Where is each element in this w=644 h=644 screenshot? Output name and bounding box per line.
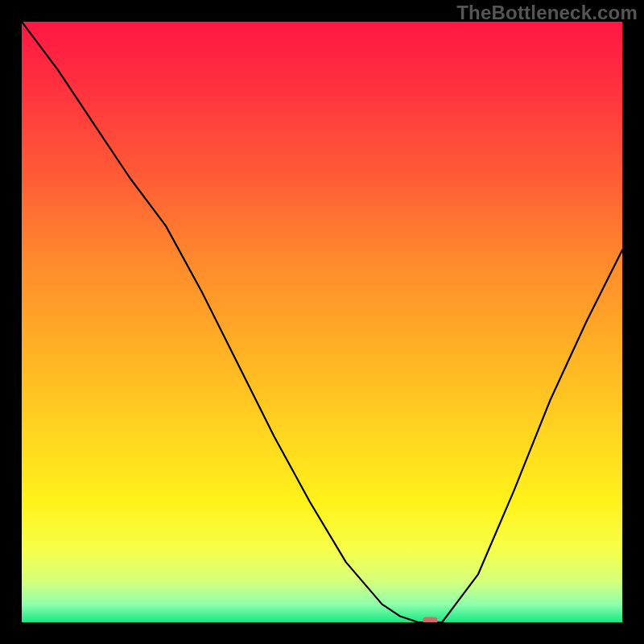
chart-area — [22, 22, 622, 622]
stage: TheBottleneck.com — [0, 0, 644, 644]
gradient-background — [22, 22, 622, 622]
chart-svg — [22, 22, 622, 622]
optimal-marker — [423, 617, 437, 623]
watermark-text: TheBottleneck.com — [456, 2, 638, 24]
